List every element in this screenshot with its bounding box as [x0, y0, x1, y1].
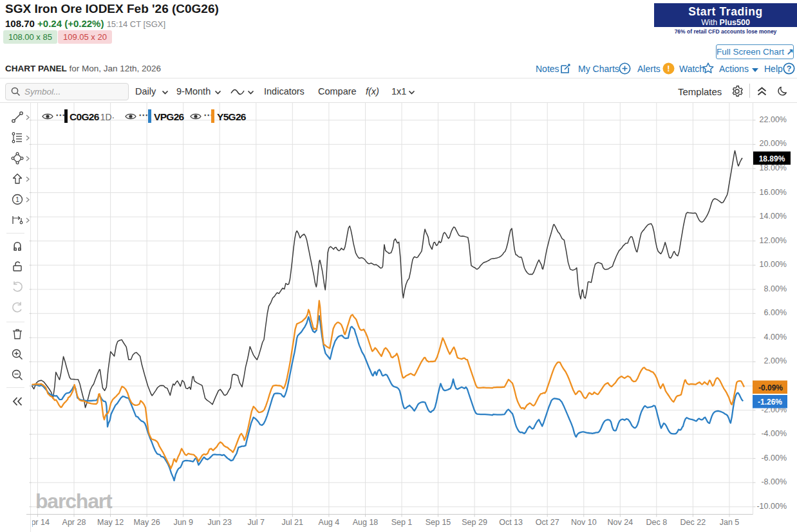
svg-text:-1.26%: -1.26%	[758, 398, 782, 407]
svg-text:-0.09%: -0.09%	[758, 383, 783, 392]
svg-text:18.89%: 18.89%	[759, 154, 785, 163]
svg-text:barchart: barchart	[35, 490, 113, 513]
